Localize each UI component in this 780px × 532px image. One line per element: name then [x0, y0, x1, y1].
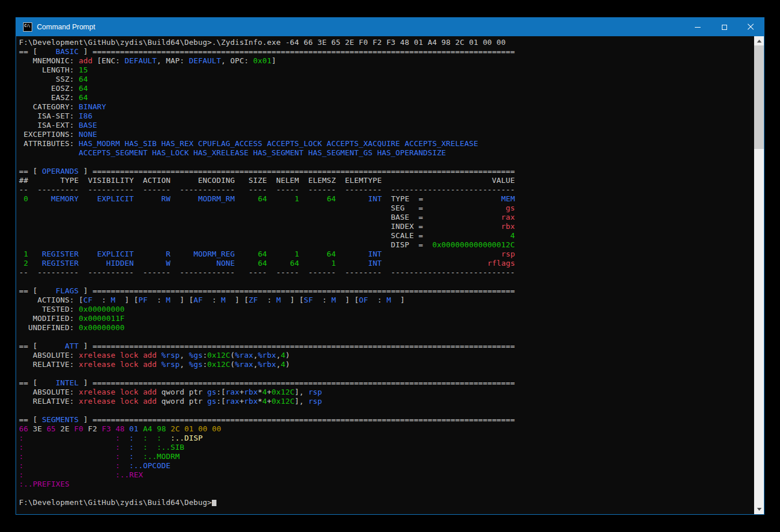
terminal-line: BASE = rax — [19, 213, 754, 222]
terminal-line: F:\Development\GitHub\zydis\Build64\Debu… — [19, 38, 754, 47]
terminal-line: == [ SEGMENTS ] ========================… — [19, 415, 754, 424]
terminal-line: ISA-SET: I86 — [19, 112, 754, 121]
terminal-line — [19, 158, 754, 167]
close-button[interactable] — [737, 18, 764, 36]
terminal-line: EASZ: 64 — [19, 93, 754, 102]
terminal-line — [19, 489, 754, 498]
terminal-line: SCALE = 4 — [19, 231, 754, 240]
terminal-line: : :..REX — [19, 470, 754, 480]
terminal-line: ABSOLUTE: xrelease lock add qword ptr gs… — [19, 388, 754, 397]
terminal-line: == [ ATT ] =============================… — [19, 342, 754, 351]
terminal-line: :..PREFIXES — [19, 480, 754, 489]
terminal-line: 1 REGISTER EXPLICIT R MODRM_REG 64 1 64 … — [19, 250, 754, 259]
terminal-line: INDEX = rbx — [19, 222, 754, 231]
terminal-line — [19, 277, 754, 286]
terminal-line: -- --------- ---------- ------ ---------… — [19, 268, 754, 277]
terminal-line: SSZ: 64 — [19, 75, 754, 84]
terminal-line: SEG = gs — [19, 204, 754, 213]
text-cursor — [212, 500, 216, 506]
terminal-line: RELATIVE: xrelease lock add %rsp, %gs:0x… — [19, 360, 754, 369]
scrollbar-down-button[interactable] — [754, 504, 764, 514]
terminal-line: F:\Development\GitHub\zydis\Build64\Debu… — [19, 498, 754, 507]
close-icon — [747, 24, 754, 30]
scroll-up-icon — [757, 40, 762, 43]
terminal-line: ACTIONS: [CF : M ] [PF : M ] [AF : M ] [… — [19, 296, 754, 305]
terminal-line: EXCEPTIONS: NONE — [19, 130, 754, 139]
scroll-down-icon — [757, 508, 762, 511]
terminal-line: -- --------- ---------- ------ ---------… — [19, 185, 754, 194]
terminal-line: ISA-EXT: BASE — [19, 121, 754, 130]
maximize-button[interactable] — [711, 18, 737, 36]
terminal-line: 2 REGISTER HIDDEN W NONE 64 64 1 INT rfl… — [19, 259, 754, 268]
scrollbar-up-button[interactable] — [754, 36, 764, 46]
terminal-line: LENGTH: 15 — [19, 66, 754, 75]
terminal-line: ## TYPE VISIBILITY ACTION ENCODING SIZE … — [19, 176, 754, 185]
terminal-line: CATEGORY: BINARY — [19, 102, 754, 112]
cmd-icon-text: C:\ — [24, 24, 30, 28]
console-area: F:\Development\GitHub\zydis\Build64\Debu… — [16, 36, 764, 514]
terminal-line: UNDEFINED: 0x00000000 — [19, 323, 754, 332]
terminal-line: 66 3E 65 2E F0 F2 F3 48 01 A4 98 2C 01 0… — [19, 424, 754, 434]
terminal-line: 0 MEMORY EXPLICIT RW MODRM_RM 64 1 64 IN… — [19, 194, 754, 204]
cmd-icon[interactable]: C:\ — [23, 22, 32, 32]
terminal-line: ACCEPTS_SEGMENT HAS_LOCK HAS_XRELEASE HA… — [19, 148, 754, 158]
terminal-line: : : : :..MODRM — [19, 452, 754, 461]
terminal-line — [19, 332, 754, 342]
terminal-line — [19, 406, 754, 415]
command-prompt-window: C:\ Command Prompt F:\Development\GitHub… — [16, 17, 764, 515]
window-title: Command Prompt — [37, 23, 684, 31]
terminal-line: == [ INTEL ] ===========================… — [19, 378, 754, 388]
terminal-line — [19, 369, 754, 378]
scrollbar[interactable] — [754, 36, 764, 514]
terminal-line: ATTRIBUTES: HAS_MODRM HAS_SIB HAS_REX CP… — [19, 139, 754, 148]
titlebar[interactable]: C:\ Command Prompt — [16, 18, 764, 36]
minimize-icon — [695, 27, 701, 28]
terminal-content: F:\Development\GitHub\zydis\Build64\Debu… — [16, 36, 754, 514]
maximize-icon — [722, 25, 727, 30]
terminal-line: == [ FLAGS ] ===========================… — [19, 286, 754, 296]
terminal-line: MNEMONIC: add [ENC: DEFAULT, MAP: DEFAUL… — [19, 56, 754, 66]
terminal-line: DISP = 0x000000000000012C — [19, 240, 754, 250]
terminal-line: : : : : : :..DISP — [19, 434, 754, 443]
terminal-line: == [ BASIC ] ===========================… — [19, 47, 754, 56]
terminal-line: TESTED: 0x00000000 — [19, 305, 754, 314]
terminal-line: : : : : :..SIB — [19, 443, 754, 452]
scrollbar-thumb[interactable] — [754, 45, 764, 149]
terminal-line: EOSZ: 64 — [19, 84, 754, 93]
terminal-line: : : :..OPCODE — [19, 461, 754, 470]
terminal-line: MODIFIED: 0x0000011F — [19, 314, 754, 323]
minimize-button[interactable] — [684, 18, 711, 36]
terminal-line: RELATIVE: xrelease lock add qword ptr gs… — [19, 397, 754, 406]
terminal-line: ABSOLUTE: xrelease lock add %rsp, %gs:0x… — [19, 351, 754, 360]
terminal-line: == [ OPERANDS ] ========================… — [19, 167, 754, 176]
